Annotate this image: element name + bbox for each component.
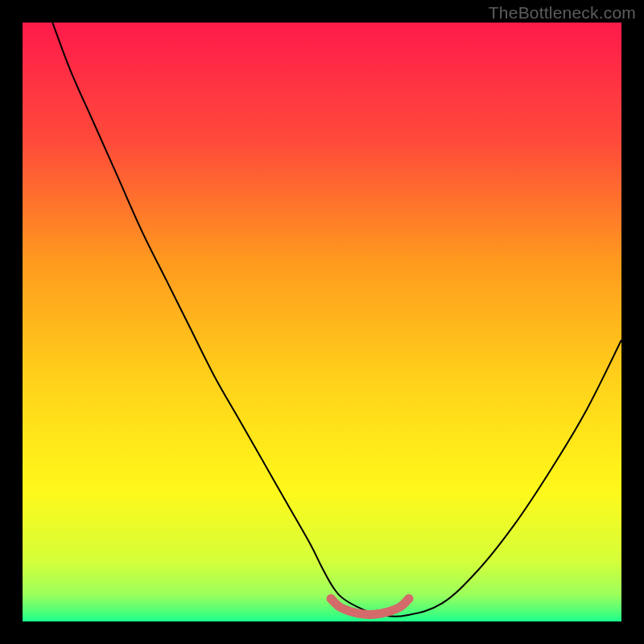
chart-frame: TheBottleneck.com: [0, 0, 644, 644]
series-optimal-range-marker-endpoint: [404, 594, 413, 603]
plot-area: [23, 23, 621, 621]
chart-background: [23, 23, 621, 621]
series-optimal-range-marker-endpoint: [327, 594, 336, 603]
watermark-text: TheBottleneck.com: [489, 3, 636, 23]
chart-svg: [23, 23, 621, 621]
